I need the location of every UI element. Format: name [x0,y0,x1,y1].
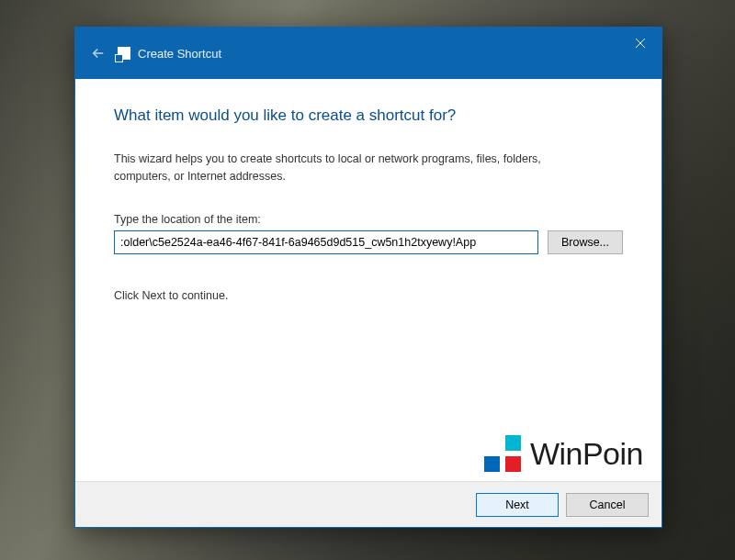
watermark: WinPoin [484,435,643,472]
back-arrow-icon[interactable] [85,39,112,67]
dialog-content: What item would you like to create a sho… [75,79,662,481]
wizard-description: This wizard helps you to create shortcut… [114,151,573,185]
cancel-button[interactable]: Cancel [566,493,649,517]
browse-button[interactable]: Browse... [548,230,623,254]
dialog-footer: Next Cancel [75,481,662,527]
winpoin-logo-icon [484,435,521,472]
page-heading: What item would you like to create a sho… [114,106,623,125]
location-input[interactable] [114,230,538,254]
shortcut-icon [118,47,130,60]
window-title: Create Shortcut [138,47,221,61]
watermark-text: WinPoin [530,436,643,472]
titlebar: Create Shortcut [75,28,662,79]
continue-instruction: Click Next to continue. [114,289,623,302]
next-button[interactable]: Next [476,493,559,517]
close-button[interactable] [619,28,662,59]
location-label: Type the location of the item: [114,213,623,226]
create-shortcut-dialog: Create Shortcut What item would you like… [74,27,662,528]
location-field-row: Browse... [114,230,623,254]
